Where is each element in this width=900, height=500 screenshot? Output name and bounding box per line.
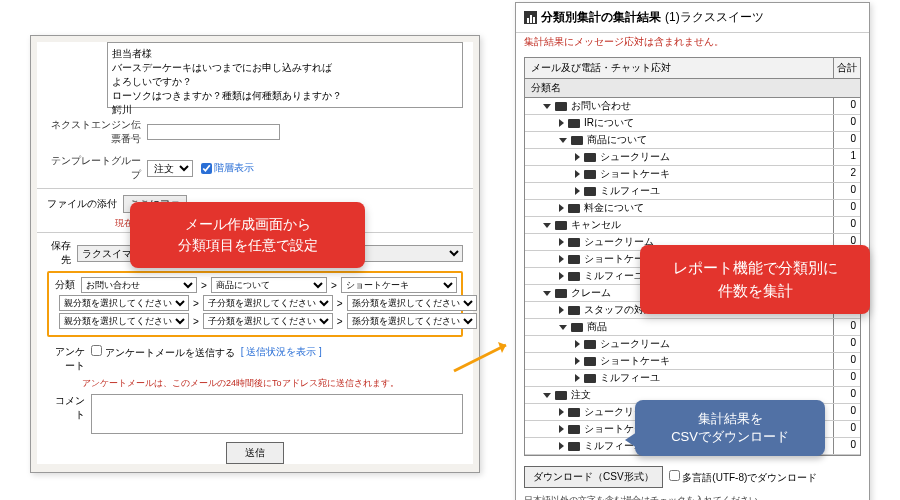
tree-row[interactable]: シュークリーム1	[525, 149, 860, 166]
expand-icon[interactable]	[575, 153, 580, 161]
expand-icon[interactable]	[559, 442, 564, 450]
expand-icon[interactable]	[559, 119, 564, 127]
expand-icon[interactable]	[559, 255, 564, 263]
expand-icon[interactable]	[543, 393, 551, 398]
expand-icon[interactable]	[543, 291, 551, 296]
class-1-2[interactable]: 商品について	[211, 277, 327, 293]
tree-label: キャンセル	[571, 218, 621, 232]
expand-icon[interactable]	[575, 374, 580, 382]
message-body[interactable]: 担当者様 バースデーケーキはいつまでにお申し込みすれば よろしいですか？ ローソ…	[107, 42, 463, 108]
survey-checkbox[interactable]	[91, 345, 102, 356]
folder-icon	[568, 255, 580, 264]
comment-input[interactable]	[91, 394, 463, 434]
tree-label: 商品	[587, 320, 607, 334]
expand-icon[interactable]	[559, 204, 564, 212]
comment-label: コメント	[47, 394, 85, 422]
tree-row[interactable]: お問い合わせ0	[525, 98, 860, 115]
utf8-check-wrap[interactable]: 多言語(UTF-8)でダウンロード	[669, 470, 818, 485]
tree-count: 0	[834, 353, 860, 369]
tree-row[interactable]: ミルフィーユ0	[525, 370, 860, 387]
tree-row[interactable]: 料金について0	[525, 200, 860, 217]
hierarchy-checkbox[interactable]	[201, 163, 212, 174]
expand-icon[interactable]	[559, 272, 564, 280]
tree-count: 2	[834, 166, 860, 182]
class-2-2[interactable]: 子分類を選択してください	[203, 295, 333, 311]
tree-label: 料金について	[584, 201, 644, 215]
expand-icon[interactable]	[543, 104, 551, 109]
tree-count: 0	[834, 370, 860, 386]
arrow-icon	[450, 335, 520, 375]
survey-check-label: アンケートメールを送信する	[105, 347, 235, 358]
tree-row[interactable]: IRについて0	[525, 115, 860, 132]
class-3-3[interactable]: 孫分類を選択してください	[347, 313, 477, 329]
download-csv-button[interactable]: ダウンロード（CSV形式）	[524, 466, 663, 488]
tree-label: クレーム	[571, 286, 611, 300]
tree-label: ミルフィーユ	[584, 269, 644, 283]
folder-icon	[568, 306, 580, 315]
tree-row[interactable]: 商品について0	[525, 132, 860, 149]
tree-row[interactable]: シュークリーム0	[525, 336, 860, 353]
tree-label: シュークリーム	[600, 150, 670, 164]
folder-icon	[568, 442, 580, 451]
class-1-3[interactable]: ショートケーキ	[341, 277, 457, 293]
tree-row[interactable]: キャンセル0	[525, 217, 860, 234]
tree-row[interactable]: ショートケーキ0	[525, 353, 860, 370]
folder-icon	[555, 102, 567, 111]
tree-count: 0	[834, 336, 860, 352]
report-note: 集計結果にメッセージ応対は含まれません。	[516, 33, 869, 53]
folder-icon	[584, 170, 596, 179]
expand-icon[interactable]	[559, 138, 567, 143]
folder-icon	[568, 408, 580, 417]
tree-label: シュークリーム	[600, 337, 670, 351]
hierarchy-checkbox-wrap[interactable]: 階層表示	[201, 161, 254, 175]
folder-icon	[584, 340, 596, 349]
tree-row[interactable]: ショートケーキ2	[525, 166, 860, 183]
expand-icon[interactable]	[543, 223, 551, 228]
expand-icon[interactable]	[559, 238, 564, 246]
report-subtitle: (1)ラクススイーツ	[665, 9, 764, 26]
tree-count: 0	[834, 387, 860, 403]
callout-report: レポート機能で分類別に 件数を集計	[640, 245, 870, 314]
utf8-checkbox[interactable]	[669, 470, 680, 481]
expand-icon[interactable]	[559, 408, 564, 416]
class-2-3[interactable]: 孫分類を選択してください	[347, 295, 477, 311]
expand-icon[interactable]	[559, 306, 564, 314]
tree-count: 0	[834, 421, 860, 437]
msg-line: よろしいですか？	[112, 75, 458, 89]
tree-count: 0	[834, 183, 860, 199]
folder-icon	[571, 136, 583, 145]
chart-icon	[524, 11, 537, 24]
tree-row[interactable]: 商品0	[525, 319, 860, 336]
survey-note: アンケートメールは、このメールの24時間後にToアドレス宛に送信されます。	[37, 377, 473, 390]
tree-row[interactable]: ミルフィーユ0	[525, 183, 860, 200]
folder-icon	[584, 357, 596, 366]
callout-csv: 集計結果を CSVでダウンロード	[635, 400, 825, 456]
class-3-2[interactable]: 子分類を選択してください	[203, 313, 333, 329]
ne-order-input[interactable]	[147, 124, 280, 140]
expand-icon[interactable]	[575, 340, 580, 348]
tree-count: 0	[834, 98, 860, 114]
expand-icon[interactable]	[575, 170, 580, 178]
callout-classification: メール作成画面から 分類項目を任意で設定	[130, 202, 365, 268]
classification-box: 分類 お問い合わせ > 商品について > ショートケーキ 親分類を選択してくださ…	[47, 271, 463, 337]
class-3-1[interactable]: 親分類を選択してください	[59, 313, 189, 329]
folder-icon	[568, 119, 580, 128]
folder-icon	[584, 153, 596, 162]
tree-count: 0	[834, 438, 860, 454]
tree-label: ショートケーキ	[600, 167, 670, 181]
expand-icon[interactable]	[575, 187, 580, 195]
survey-status-link[interactable]: [ 送信状況を表示 ]	[241, 345, 322, 359]
class-2-1[interactable]: 親分類を選択してください	[59, 295, 189, 311]
template-group-select[interactable]: 注文	[147, 160, 193, 177]
submit-button[interactable]: 送信	[226, 442, 284, 464]
ne-order-label: ネクストエンジン伝票番号	[47, 118, 147, 146]
tree-count: 0	[834, 132, 860, 148]
expand-icon[interactable]	[559, 325, 567, 330]
class-1-1[interactable]: お問い合わせ	[81, 277, 197, 293]
tree-label: ミルフィーユ	[600, 184, 660, 198]
tree-count: 1	[834, 149, 860, 165]
expand-icon[interactable]	[559, 425, 564, 433]
folder-icon	[568, 425, 580, 434]
survey-check-wrap[interactable]: アンケートメールを送信する	[91, 345, 235, 360]
expand-icon[interactable]	[575, 357, 580, 365]
